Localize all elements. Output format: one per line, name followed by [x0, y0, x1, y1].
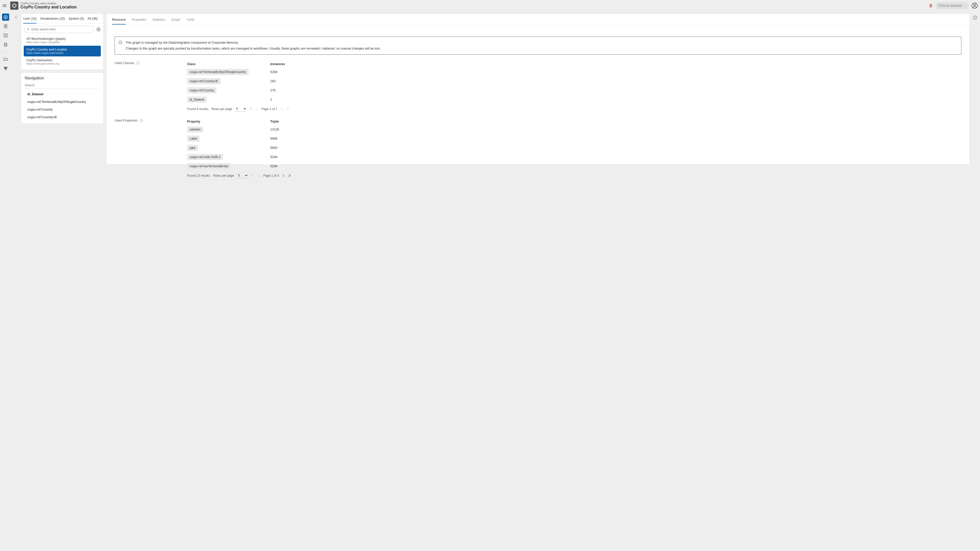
instance-count: 283	[270, 80, 372, 83]
prev-page-icon[interactable]	[257, 174, 261, 177]
nav-item[interactable]: di_Dataset	[21, 91, 103, 98]
nav-item[interactable]: coypu-ref:TerritorialEntityOfSingleCount…	[21, 98, 103, 106]
resource-item-url: https://www.geonames.org	[26, 62, 98, 65]
help-icon[interactable]: ?	[136, 61, 140, 65]
rows-per-page-select[interactable]: 5	[236, 173, 248, 178]
svg-rect-9	[6, 67, 7, 68]
property-chip[interactable]: coypu-ref:code-3166-2	[187, 154, 223, 160]
col-header-instances: Instances	[270, 62, 372, 66]
last-page-icon[interactable]	[288, 174, 291, 177]
instance-count: 275	[270, 89, 372, 92]
tab-properties[interactable]: Properties	[132, 16, 146, 24]
svg-point-7	[4, 43, 7, 44]
resource-item[interactable]: CoyPu Country and Location https://data.…	[24, 46, 101, 56]
tab-all[interactable]: All (36)	[88, 14, 98, 24]
col-header-property: Property	[187, 120, 270, 123]
class-chip[interactable]: coypu-ref:CountryUE	[187, 78, 221, 84]
rail-divider	[3, 52, 9, 52]
collapse-panel-icon[interactable]	[14, 16, 18, 19]
tab-user[interactable]: User (10)	[23, 14, 37, 24]
used-classes-label: Used Classes	[115, 61, 134, 65]
svg-rect-10	[5, 69, 6, 70]
table-row: type 5843	[187, 143, 372, 153]
triple-count: 5843	[270, 146, 372, 150]
resource-search-input[interactable]	[32, 27, 91, 31]
info-banner: ? This graph is managed by the DataInteg…	[115, 37, 372, 55]
banner-line-2: Changes to this graph are typically push…	[126, 46, 372, 52]
main-panel: Resource Properties Statistics Graph Tur…	[106, 14, 372, 165]
svg-point-11	[27, 28, 29, 30]
resource-filter-tabs: User (10) Vocabularies (10) System (5) A…	[21, 14, 103, 24]
navigation-panel: Navigation di_Dataset coypu-ref:Territor…	[21, 73, 103, 124]
rail-document-icon[interactable]	[2, 23, 9, 30]
svg-text:?: ?	[120, 41, 121, 44]
triple-count: 5284	[270, 155, 372, 159]
next-page-icon[interactable]	[282, 174, 285, 177]
tab-resource[interactable]: Resource	[112, 16, 126, 24]
col-header-class: Class	[187, 62, 270, 66]
resource-item-url: https://data.coypu.org/country	[26, 51, 98, 54]
first-page-icon[interactable]	[251, 174, 255, 177]
instance-count: 5284	[270, 70, 372, 74]
rail-workflow-icon[interactable]	[2, 65, 9, 72]
rows-per-page-select[interactable]: 5	[235, 106, 247, 111]
resource-item-title: AP Beschreibungen (graph)	[26, 37, 98, 41]
breadcrumb: CoyPu Country and Location	[21, 2, 76, 5]
instance-count: 1	[270, 98, 372, 101]
last-page-icon[interactable]	[286, 107, 290, 111]
property-chip[interactable]: Label	[187, 135, 200, 142]
rows-per-page-label: Rows per page	[212, 107, 232, 111]
help-icon[interactable]: ?	[140, 119, 143, 122]
tab-vocabularies[interactable]: Vocabularies (10)	[40, 14, 65, 24]
prev-page-icon[interactable]	[256, 107, 259, 111]
search-icon	[27, 27, 30, 31]
app-logo[interactable]	[10, 2, 18, 10]
class-chip[interactable]: di_Dataset	[187, 97, 207, 103]
rail-database-icon[interactable]	[2, 41, 9, 48]
first-page-icon[interactable]	[249, 107, 253, 111]
left-rail	[0, 11, 11, 209]
tab-graph[interactable]: Graph	[172, 16, 180, 24]
used-properties-label: Used Properties	[115, 119, 138, 122]
navigation-search-input[interactable]	[25, 82, 100, 89]
property-chip[interactable]: type	[187, 145, 198, 151]
resource-item[interactable]: CoyPu Geonames https://www.geonames.org	[24, 56, 101, 67]
property-chip[interactable]: coypu-ref:hasTerritorialEntity	[187, 163, 231, 169]
resource-item-title: CoyPu Geonames	[26, 59, 98, 62]
menu-icon[interactable]	[2, 3, 7, 8]
resource-item[interactable]: AP Beschreibungen (graph) https://pm.coy…	[24, 35, 101, 46]
rail-explore-icon[interactable]	[2, 14, 9, 21]
navigation-title: Navigation	[21, 73, 103, 82]
page-indicator: Page 1 of 3	[263, 174, 279, 177]
table-row: di_Dataset 1	[187, 95, 372, 104]
svg-point-0	[13, 3, 16, 7]
tab-turtle[interactable]: Turtle	[186, 16, 194, 24]
table-row: coypu-ref:code-3166-2 5284	[187, 153, 372, 162]
table-row: coypu-ref:CountryUE 283	[187, 76, 372, 86]
page-title: CoyPu Country and Location	[21, 5, 76, 10]
header-titles: CoyPu Country and Location CoyPu Country…	[21, 2, 76, 10]
triple-count: 5284	[270, 164, 372, 168]
page-indicator: Page 1 of 1	[262, 107, 277, 111]
svg-text:?: ?	[138, 62, 138, 64]
table-row: Label 5909	[187, 134, 372, 143]
found-results-text: Found 13 results.	[187, 174, 211, 177]
main-tabs: Resource Properties Statistics Graph Tur…	[107, 14, 372, 25]
tab-statistics[interactable]: Statistics	[152, 16, 165, 24]
info-icon: ?	[118, 40, 123, 45]
app-header: CoyPu Country and Location CoyPu Country…	[0, 0, 372, 11]
next-page-icon[interactable]	[280, 107, 283, 111]
property-chip[interactable]: sameAs	[187, 126, 203, 132]
resource-search[interactable]	[24, 26, 94, 33]
class-chip[interactable]: coypu-ref:TerritorialEntityOfSingleCount…	[187, 69, 248, 75]
tab-system[interactable]: System (5)	[68, 14, 84, 24]
nav-item[interactable]: coypu-ref:Country	[21, 106, 103, 113]
triple-count: 13125	[270, 127, 372, 131]
table-row: coypu-ref:hasTerritorialEntity 5284	[187, 162, 372, 171]
triple-count: 5909	[270, 137, 372, 140]
class-chip[interactable]: coypu-ref:Country	[187, 87, 216, 94]
rail-book-icon[interactable]	[2, 32, 9, 39]
rail-folder-icon[interactable]	[2, 56, 9, 63]
nav-item[interactable]: coypu-ref:CountryUE	[21, 113, 103, 121]
add-resource-icon[interactable]	[96, 27, 101, 32]
